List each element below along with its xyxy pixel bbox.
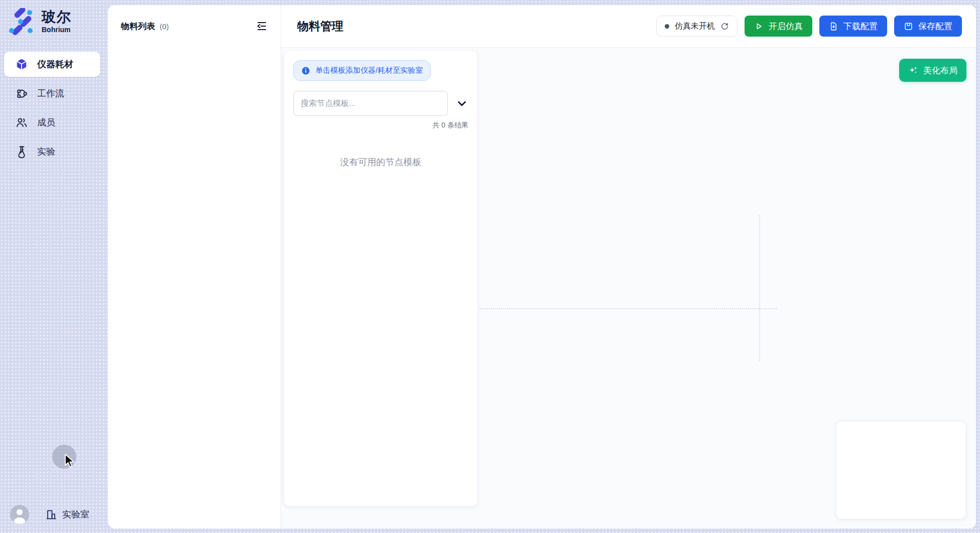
- person-icon: [10, 505, 29, 524]
- user-avatar[interactable]: [10, 505, 29, 524]
- simulation-status-pill[interactable]: 仿真未开机: [656, 16, 738, 37]
- canvas-guide-line-vertical: [759, 215, 760, 361]
- sparkles-icon: [908, 65, 918, 75]
- canvas-minimap[interactable]: [836, 421, 966, 519]
- collapse-panel-icon[interactable]: [256, 20, 268, 32]
- mouse-cursor: [63, 453, 75, 468]
- sidebar-item-members[interactable]: 成员: [4, 110, 100, 135]
- material-list-count: (0): [160, 22, 169, 31]
- page-title: 物料管理: [297, 19, 343, 34]
- status-label: 仿真未开机: [675, 21, 715, 32]
- main-card: 物料列表 (0) 物料管理 仿真未开机: [108, 5, 976, 528]
- info-icon: [301, 66, 310, 75]
- sidebar-item-label: 实验: [37, 146, 55, 158]
- canvas-guide-line-horizontal: [479, 308, 777, 309]
- chevron-down-icon[interactable]: [455, 97, 468, 110]
- file-download-icon: [829, 22, 838, 31]
- experiment-icon: [15, 145, 28, 158]
- info-banner-text: 单击模板添加仪器/耗材至实验室: [315, 66, 423, 75]
- save-config-button[interactable]: 保存配置: [894, 16, 962, 37]
- brand-logo: 玻尔 Bohrium: [8, 8, 72, 35]
- sidebar-item-workflow[interactable]: 工作流: [4, 81, 100, 106]
- lab-link[interactable]: 实验室: [45, 508, 89, 520]
- sidebar-item-label: 工作流: [37, 87, 64, 99]
- sidebar-item-label: 成员: [37, 116, 55, 128]
- main-column: 物料管理 仿真未开机 开启仿真: [281, 5, 976, 528]
- members-icon: [15, 116, 28, 129]
- node-template-panel: 单击模板添加仪器/耗材至实验室 共 0 条结果 没有可用的节点模板: [284, 51, 477, 506]
- brand-name-zh: 玻尔: [42, 10, 72, 25]
- page-header: 物料管理 仿真未开机 开启仿真: [281, 5, 976, 48]
- play-icon: [754, 22, 764, 31]
- refresh-icon[interactable]: [720, 22, 729, 31]
- cube-icon: [15, 58, 28, 71]
- brand-name-en: Bohrium: [42, 26, 72, 34]
- save-icon: [904, 22, 913, 31]
- status-dot-icon: [665, 24, 669, 29]
- sidebar-item-instruments[interactable]: 仪器耗材: [4, 52, 100, 77]
- sidebar-item-experiment[interactable]: 实验: [4, 139, 100, 164]
- workflow-icon: [15, 87, 28, 100]
- material-list-title: 物料列表: [121, 21, 155, 32]
- bohrium-logo-icon: [8, 8, 35, 35]
- search-input[interactable]: [293, 91, 448, 116]
- lab-canvas[interactable]: 单击模板添加仪器/耗材至实验室 共 0 条结果 没有可用的节点模板 美化布: [281, 48, 976, 528]
- result-count: 共 0 条结果: [293, 121, 468, 130]
- lab-link-label: 实验室: [62, 508, 89, 520]
- empty-template-message: 没有可用的节点模板: [293, 156, 468, 168]
- start-simulation-button[interactable]: 开启仿真: [745, 16, 812, 37]
- info-banner: 单击模板添加仪器/耗材至实验室: [293, 60, 431, 81]
- beautify-layout-button[interactable]: 美化布局: [899, 59, 966, 82]
- material-list-panel: 物料列表 (0): [108, 5, 281, 528]
- download-config-button[interactable]: 下载配置: [819, 16, 887, 37]
- building-icon: [45, 508, 57, 520]
- sidebar-menu: 仪器耗材 工作流 成员: [4, 52, 100, 168]
- sidebar-item-label: 仪器耗材: [37, 58, 73, 70]
